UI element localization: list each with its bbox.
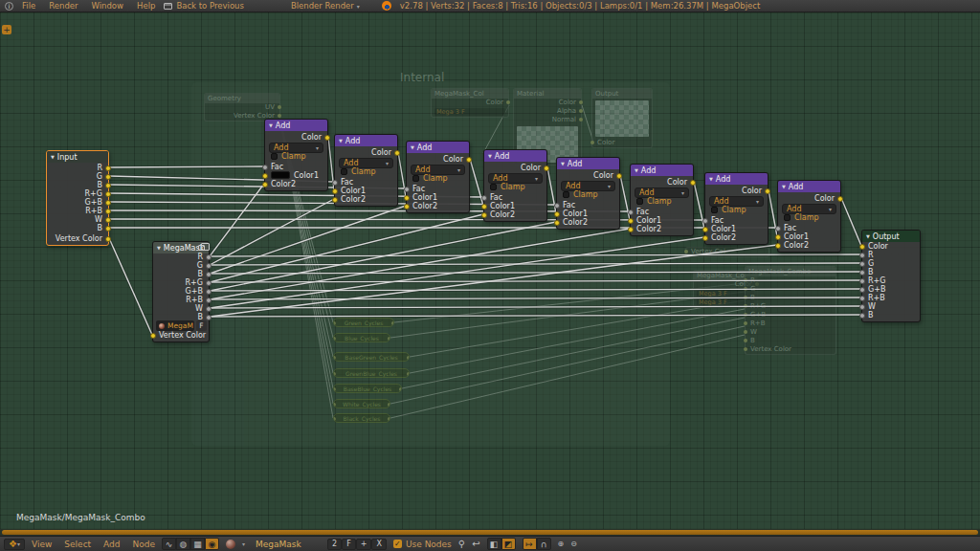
- node-output[interactable]: ▼OutputColorRGBR+GG+BR+BWB: [861, 230, 921, 322]
- collapse-icon[interactable]: ▼: [411, 142, 414, 153]
- render-result-icon[interactable]: ◧: [487, 538, 501, 550]
- output-socket-rg[interactable]: [105, 191, 111, 197]
- input-socket-color2[interactable]: [481, 212, 487, 218]
- menu-add[interactable]: Add: [103, 540, 120, 549]
- node-add3[interactable]: ▼AddColorAdd▾ClampFacColor1Color2: [406, 141, 470, 213]
- render-engine-select[interactable]: Blender Render ▾: [291, 1, 360, 11]
- world-type-icon[interactable]: ◍: [176, 538, 190, 550]
- menu-file[interactable]: File: [22, 1, 35, 11]
- output-socket-color[interactable]: [690, 180, 696, 186]
- output-socket-gb[interactable]: [206, 289, 212, 295]
- collapse-icon[interactable]: ▼: [488, 150, 492, 162]
- input-socket-color1[interactable]: [262, 173, 268, 179]
- input-socket-fac[interactable]: [262, 165, 268, 170]
- input-socket-fac[interactable]: [628, 209, 634, 215]
- input-socket-color1[interactable]: [404, 195, 410, 201]
- node-add1[interactable]: ▼AddColorAdd▾ClampFacColor1Color2: [264, 119, 328, 191]
- output-socket-color[interactable]: [837, 196, 843, 202]
- input-socket-vc[interactable]: [150, 333, 156, 339]
- node-add8[interactable]: ▼AddColorAdd▾ClampFacColor1Color2: [777, 180, 841, 253]
- input-socket-fac[interactable]: [554, 203, 560, 209]
- output-socket-vc[interactable]: [105, 236, 111, 242]
- node-tree-name-field[interactable]: MegaMask: [252, 540, 321, 549]
- output-socket-g[interactable]: [206, 263, 212, 269]
- output-socket-color[interactable]: [765, 188, 770, 194]
- output-socket-r[interactable]: [105, 165, 111, 171]
- input-socket-r[interactable]: [859, 253, 865, 258]
- node-add4[interactable]: ▼AddColorAdd▾ClampFacColor1Color2: [483, 149, 547, 222]
- collapse-icon[interactable]: ▼: [782, 181, 786, 192]
- collapse-icon[interactable]: ▼: [339, 135, 343, 146]
- material-preview-icon[interactable]: [226, 540, 235, 549]
- fake-user-button[interactable]: F: [196, 320, 207, 331]
- input-socket-w[interactable]: [859, 304, 865, 310]
- clamp-checkbox[interactable]: Clamp: [412, 174, 465, 184]
- input-socket-color2[interactable]: [262, 182, 268, 187]
- output-socket-b2[interactable]: [206, 315, 212, 320]
- node-add5[interactable]: ▼AddColorAdd▾ClampFacColor1Color2: [556, 157, 620, 230]
- editor-type-button[interactable]: ❖▾: [4, 539, 25, 550]
- input-socket-color1[interactable]: [702, 227, 708, 232]
- clamp-checkbox[interactable]: Clamp: [490, 183, 543, 192]
- scrollbar-handle[interactable]: [2, 530, 978, 535]
- collapse-icon[interactable]: ▼: [561, 158, 565, 169]
- collapse-icon[interactable]: ▼: [51, 151, 55, 163]
- fake-user-button[interactable]: F: [342, 539, 356, 550]
- collapse-icon[interactable]: ▼: [269, 120, 273, 131]
- input-socket-color[interactable]: [859, 244, 865, 250]
- input-socket-fac[interactable]: [775, 226, 781, 231]
- new-datablock-button[interactable]: +: [356, 539, 372, 550]
- input-socket-gb[interactable]: [859, 287, 865, 293]
- menu-view[interactable]: View: [32, 540, 52, 549]
- output-socket-color[interactable]: [324, 135, 330, 141]
- collapse-icon[interactable]: ▼: [635, 165, 638, 176]
- browse-material-icon[interactable]: ▾: [242, 540, 245, 547]
- shader-type-icon[interactable]: ∿: [162, 538, 176, 550]
- output-socket-b2[interactable]: [105, 226, 111, 231]
- output-socket-color[interactable]: [394, 150, 400, 156]
- texture-type-icon[interactable]: ▦: [190, 538, 205, 550]
- input-socket-rg[interactable]: [859, 278, 865, 284]
- clamp-checkbox[interactable]: Clamp: [341, 167, 393, 177]
- go-to-parent-icon[interactable]: ↩: [472, 539, 479, 549]
- unlink-datablock-button[interactable]: X: [371, 539, 386, 550]
- output-socket-w[interactable]: [206, 306, 212, 312]
- input-socket-color2[interactable]: [702, 235, 708, 241]
- pin-icon[interactable]: ⚲: [458, 539, 465, 549]
- snap-magnet-icon[interactable]: ∩: [537, 538, 551, 550]
- input-socket-fac[interactable]: [404, 187, 410, 192]
- input-socket-fac[interactable]: [332, 180, 338, 186]
- users-count-button[interactable]: 2: [327, 539, 342, 550]
- menu-render[interactable]: Render: [49, 1, 78, 11]
- input-socket-color2[interactable]: [775, 243, 781, 249]
- input-socket-color2[interactable]: [332, 197, 338, 203]
- menu-select[interactable]: Select: [64, 540, 91, 549]
- input-socket-color2[interactable]: [554, 220, 560, 226]
- zoom-in-icon[interactable]: ⊕: [558, 540, 565, 548]
- clamp-checkbox[interactable]: Clamp: [563, 190, 615, 200]
- input-socket-g[interactable]: [859, 261, 865, 267]
- material-type-icon[interactable]: ◉: [205, 538, 219, 550]
- use-nodes-checkbox[interactable]: ✓ Use Nodes: [393, 540, 452, 549]
- input-socket-color1[interactable]: [775, 234, 781, 240]
- backdrop-icon[interactable]: ◩: [501, 538, 516, 550]
- input-socket-b2[interactable]: [859, 313, 865, 319]
- collapse-icon[interactable]: ▼: [866, 231, 870, 242]
- color-swatch[interactable]: [271, 171, 290, 179]
- menu-node[interactable]: Node: [133, 540, 156, 549]
- input-socket-fac[interactable]: [702, 218, 708, 224]
- clamp-checkbox[interactable]: Clamp: [784, 213, 836, 223]
- insert-offset-icon[interactable]: ↦: [523, 538, 537, 550]
- node-add7[interactable]: ▼AddColorAdd▾ClampFacColor1Color2: [704, 172, 768, 245]
- input-socket-color2[interactable]: [404, 204, 410, 209]
- output-socket-r[interactable]: [206, 254, 212, 260]
- node-input[interactable]: ▼InputRGBR+GG+BR+BWBVertex Color: [46, 150, 109, 246]
- output-socket-b[interactable]: [105, 183, 111, 188]
- clamp-checkbox[interactable]: Clamp: [711, 206, 764, 215]
- back-to-previous-button[interactable]: Back to Previous: [164, 1, 244, 11]
- clamp-checkbox[interactable]: Clamp: [636, 197, 689, 207]
- datablock-field[interactable]: MegaM3: [156, 320, 194, 331]
- output-socket-color[interactable]: [466, 157, 472, 163]
- output-socket-w[interactable]: [105, 217, 111, 223]
- output-socket-color[interactable]: [616, 173, 622, 179]
